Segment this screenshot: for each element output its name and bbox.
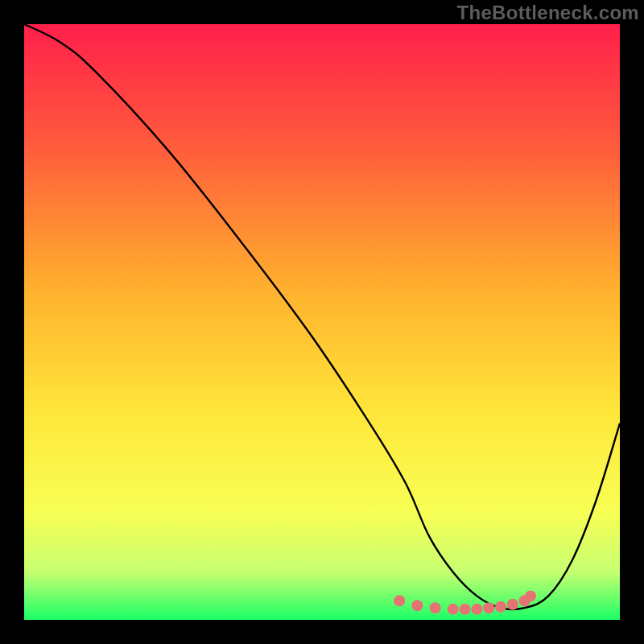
gradient-background [24, 24, 620, 620]
trough-marker [394, 595, 405, 606]
trough-marker [507, 599, 518, 610]
watermark-label: TheBottleneck.com [457, 2, 639, 24]
trough-marker [430, 602, 441, 613]
trough-marker [411, 600, 423, 611]
trough-marker [483, 602, 494, 613]
plot-svg [24, 24, 620, 620]
chart-frame: TheBottleneck.com [0, 0, 644, 644]
trough-marker [460, 604, 471, 615]
plot-area [24, 24, 620, 620]
trough-marker [448, 604, 459, 615]
trough-marker [525, 590, 536, 601]
trough-marker [471, 604, 482, 615]
trough-marker [495, 601, 506, 613]
